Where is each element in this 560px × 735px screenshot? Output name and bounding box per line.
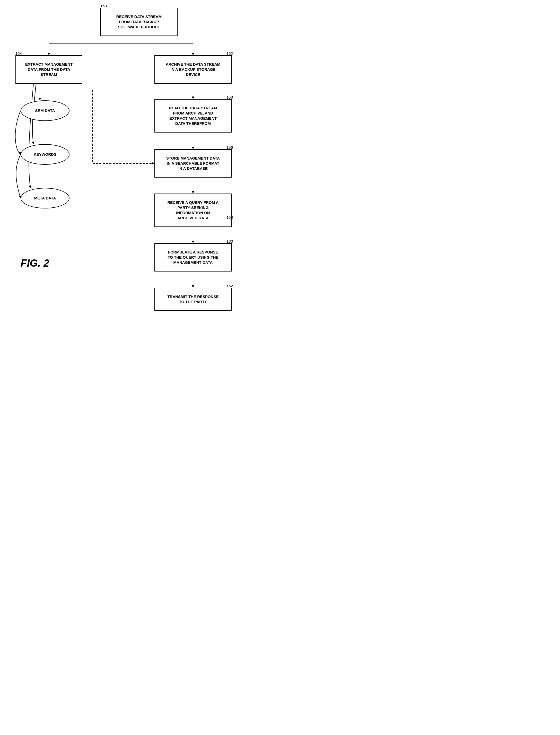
node-162-label: TRANSMIT THE RESPONSE TO THE PARTY	[167, 294, 218, 305]
node-160-label: FORMULATE A RESPONSE TO THE QUERY USING …	[168, 250, 218, 265]
srm-label: SRM DATA	[35, 108, 55, 113]
ellipse-srm: SRM DATA	[21, 100, 69, 121]
svg-marker-3	[48, 53, 50, 55]
svg-marker-25	[152, 162, 154, 165]
svg-marker-13	[192, 191, 194, 194]
svg-marker-21	[28, 185, 31, 188]
diagram-container: RECEIVE DATA STREAM FROM DATA BACKUP SOF…	[0, 0, 280, 367]
node-154-number: 154	[15, 51, 22, 56]
svg-marker-7	[192, 53, 194, 55]
node-153-number: 153	[226, 95, 233, 99]
node-150-label: RECEIVE DATA STREAM FROM DATA BACKUP SOF…	[116, 14, 162, 30]
node-162-number: 162	[226, 284, 233, 288]
ellipse-keywords: KEYWORDS	[21, 144, 69, 165]
node-150-number: 150	[100, 4, 107, 8]
node-154-label: EXTRACT MANAGEMENT DATA FROM THE DATA ST…	[25, 62, 73, 77]
node-160: FORMULATE A RESPONSE TO THE QUERY USING …	[154, 243, 232, 272]
node-158-number: 158	[226, 215, 233, 220]
node-152-number: 152	[226, 51, 233, 56]
node-153: READ THE DATA STREAM FROM ARCHIVE, AND E…	[154, 99, 232, 133]
ellipse-metadata: META DATA	[21, 188, 69, 208]
fig-label: FIG. 2	[21, 257, 49, 269]
node-158: RECEIVE A QUERY FROM A PARTY SEEKING INF…	[154, 194, 232, 227]
node-153-label: READ THE DATA STREAM FROM ARCHIVE, AND E…	[169, 106, 217, 126]
svg-marker-20	[31, 142, 34, 144]
svg-marker-11	[192, 147, 194, 149]
svg-marker-9	[192, 97, 194, 99]
node-162: TRANSMIT THE RESPONSE TO THE PARTY	[154, 288, 232, 311]
node-150: RECEIVE DATA STREAM FROM DATA BACKUP SOF…	[100, 8, 178, 36]
metadata-label: META DATA	[34, 196, 56, 201]
node-156-number: 156	[226, 145, 233, 150]
node-160-number: 160	[226, 239, 233, 243]
node-152: ARCHIVE THE DATA STREAM IN A BACKUP STOR…	[154, 55, 232, 84]
svg-marker-19	[39, 98, 41, 100]
node-154: EXTRACT MANAGEMENT DATA FROM THE DATA ST…	[15, 55, 82, 84]
node-156: STORE MANAGEMENT DATA IN A SEARCHABLE FO…	[154, 149, 232, 178]
node-158-label: RECEIVE A QUERY FROM A PARTY SEEKING INF…	[167, 200, 218, 221]
node-152-label: ARCHIVE THE DATA STREAM IN A BACKUP STOR…	[166, 62, 220, 77]
svg-marker-17	[192, 285, 194, 288]
node-156-label: STORE MANAGEMENT DATA IN A SEARCHABLE FO…	[166, 156, 220, 171]
keywords-label: KEYWORDS	[34, 152, 56, 157]
svg-marker-15	[192, 241, 194, 243]
